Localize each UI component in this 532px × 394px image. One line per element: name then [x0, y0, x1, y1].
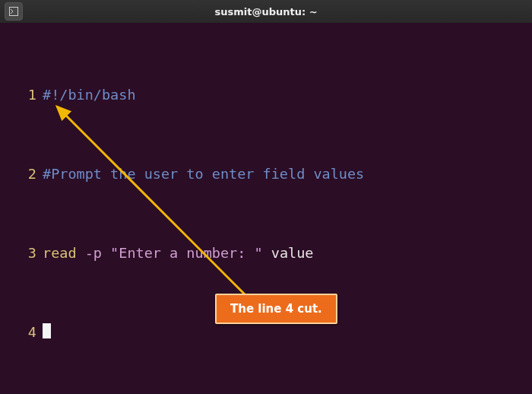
svg-rect-0 [10, 8, 18, 16]
annotation-text: The line 4 cut. [230, 302, 322, 316]
window-titlebar: susmit@ubuntu: ~ [0, 0, 532, 23]
terminal-icon [9, 7, 18, 16]
line-number: 4 [0, 323, 43, 342]
text-cursor [43, 323, 51, 338]
line-number: 1 [0, 85, 43, 105]
code-line: 4 [0, 323, 532, 342]
annotation-callout: The line 4 cut. [215, 294, 337, 324]
window-menu-button[interactable] [5, 2, 23, 21]
line-number: 2 [0, 164, 43, 184]
terminal-area[interactable]: 1 #!/bin/bash 2 #Prompt the user to ente… [0, 23, 532, 394]
code-line: 3 read -p "Enter a number: " value [0, 243, 532, 263]
code-editor[interactable]: 1 #!/bin/bash 2 #Prompt the user to ente… [0, 23, 532, 394]
line-number: 3 [0, 243, 43, 263]
code-line: 1 #!/bin/bash [0, 85, 532, 105]
window-title: susmit@ubuntu: ~ [0, 6, 532, 17]
code-line: 2 #Prompt the user to enter field values [0, 164, 532, 184]
